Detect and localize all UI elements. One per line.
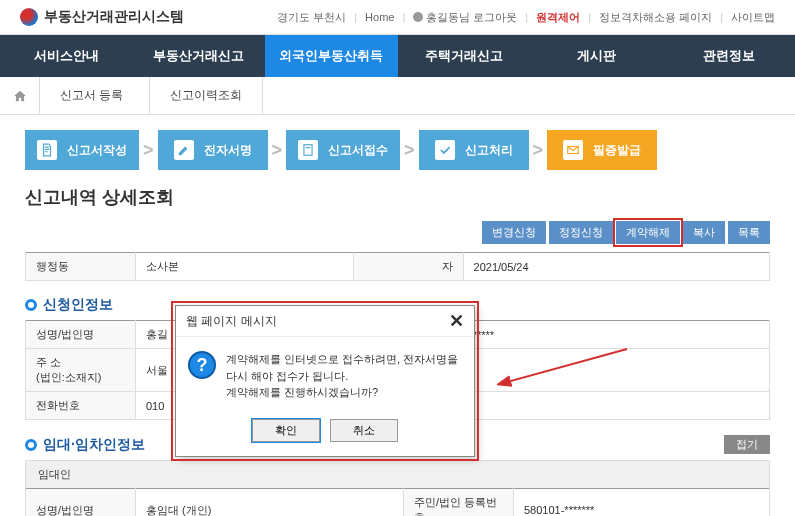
sitemap-link[interactable]: 사이트맵: [731, 10, 775, 25]
chevron-right-icon: >: [272, 140, 283, 161]
action-row: 변경신청 정정신청 계약해제 복사 목록: [25, 221, 770, 244]
step-4: 신고처리: [419, 130, 529, 170]
les-th-name: 성명/법인명: [26, 489, 136, 517]
region-text: 경기도 부천시: [277, 10, 346, 25]
logo-text: 부동산거래관리시스템: [44, 8, 184, 26]
nav-service[interactable]: 서비스안내: [0, 35, 133, 77]
dialog-body: ? 계약해제를 인터넷으로 접수하려면, 전자서명을 다시 해야 접수가 됩니다…: [176, 337, 474, 411]
copy-button[interactable]: 복사: [683, 221, 725, 244]
summary-th-dong: 행정동: [26, 253, 136, 281]
dialog-title: 웹 페이지 메시지: [186, 313, 277, 330]
home-link[interactable]: Home: [365, 11, 394, 23]
dialog-text: 계약해제를 인터넷으로 접수하려면, 전자서명을 다시 해야 접수가 됩니다. …: [226, 351, 458, 401]
remote-link[interactable]: 원격제어: [536, 10, 580, 25]
confirm-button[interactable]: 확인: [252, 419, 320, 442]
subnav-history[interactable]: 신고이력조회: [150, 77, 263, 114]
home-button[interactable]: [0, 77, 40, 114]
step-3: 신고서접수: [286, 130, 400, 170]
applicant-title: 신청인정보: [43, 296, 113, 314]
logo-icon: [20, 8, 38, 26]
bullet-icon: [25, 299, 37, 311]
bullet-icon: [25, 439, 37, 451]
nav-board[interactable]: 게시판: [530, 35, 663, 77]
close-icon[interactable]: ✕: [449, 312, 464, 330]
dialog-footer: 확인 취소: [176, 411, 474, 456]
summary-th-date: 자: [353, 253, 463, 281]
cancel-button[interactable]: 취소: [330, 419, 398, 442]
nav-related[interactable]: 관련정보: [663, 35, 796, 77]
les-td-name: 홍임대 (개인): [136, 489, 404, 517]
confirm-dialog: 웹 페이지 메시지 ✕ ? 계약해제를 인터넷으로 접수하려면, 전자서명을 다…: [175, 305, 475, 457]
top-header: 부동산거래관리시스템 경기도 부천시 | Home | 홍길동님 로그아웃 | …: [0, 0, 795, 35]
step-5: 필증발급: [547, 130, 657, 170]
summary-td-dong: 소사본: [136, 253, 354, 281]
page-title: 신고내역 상세조회: [25, 185, 770, 209]
app-th-addr: 주 소 (법인:소재지): [26, 349, 136, 392]
app-th-phone: 전화번호: [26, 392, 136, 420]
nav-housing[interactable]: 주택거래신고: [398, 35, 531, 77]
app-th-name: 성명/법인명: [26, 321, 136, 349]
lessor-table: 성명/법인명 홍임대 (개인) 주민/법인 등록번호 580101-******…: [25, 488, 770, 516]
pencil-icon: [174, 140, 194, 160]
top-links: 경기도 부천시 | Home | 홍길동님 로그아웃 | 원격제어 | 정보격차…: [277, 10, 775, 25]
doc-icon: [298, 140, 318, 160]
user-icon: [413, 12, 423, 22]
question-icon: ?: [188, 351, 216, 379]
main-nav: 서비스안내 부동산거래신고 외국인부동산취득 주택거래신고 게시판 관련정보: [0, 35, 795, 77]
les-td-id: 580101-*******: [513, 489, 769, 517]
sub-nav: 신고서 등록 신고이력조회: [0, 77, 795, 115]
correction-request-button[interactable]: 정정신청: [549, 221, 613, 244]
lessor-title: 임대·임차인정보: [43, 436, 145, 454]
steps: 신고서작성 > 전자서명 > 신고서접수 > 신고처리 > 필증발급: [25, 130, 770, 170]
lessor-sub-label: 임대인: [25, 460, 770, 488]
svg-rect-0: [304, 145, 312, 156]
doc-icon: [37, 140, 57, 160]
chevron-right-icon: >: [533, 140, 544, 161]
dialog-header: 웹 페이지 메시지 ✕: [176, 306, 474, 337]
logout-link[interactable]: 홍길동님 로그아웃: [413, 10, 517, 25]
change-request-button[interactable]: 변경신청: [482, 221, 546, 244]
step-2: 전자서명: [158, 130, 268, 170]
check-icon: [435, 140, 455, 160]
chevron-right-icon: >: [143, 140, 154, 161]
contract-cancel-button[interactable]: 계약해제: [616, 221, 680, 244]
subnav-register[interactable]: 신고서 등록: [40, 77, 150, 114]
content: 신고서작성 > 전자서명 > 신고서접수 > 신고처리 > 필증발급 신고내역 …: [0, 115, 795, 516]
svg-rect-1: [306, 147, 311, 148]
summary-td-date: 2021/05/24: [463, 253, 769, 281]
list-button[interactable]: 목록: [728, 221, 770, 244]
nav-realestate[interactable]: 부동산거래신고: [133, 35, 266, 77]
envelope-icon: [563, 140, 583, 160]
fold-button[interactable]: 접기: [724, 435, 770, 454]
les-th-id: 주민/법인 등록번호: [403, 489, 513, 517]
nav-foreign[interactable]: 외국인부동산취득: [265, 35, 398, 77]
step-1: 신고서작성: [25, 130, 139, 170]
home-icon: [13, 89, 27, 103]
summary-table: 행정동 소사본 자 2021/05/24: [25, 252, 770, 281]
chevron-right-icon: >: [404, 140, 415, 161]
logo: 부동산거래관리시스템: [20, 8, 184, 26]
accessible-link[interactable]: 정보격차해소용 페이지: [599, 10, 712, 25]
